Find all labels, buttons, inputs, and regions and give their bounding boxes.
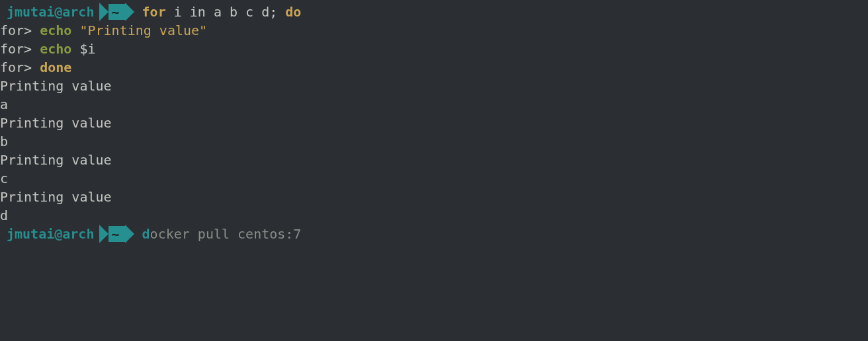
output-line: Printing value <box>0 188 868 206</box>
variable-ref: $i <box>71 41 95 57</box>
keyword-done: done <box>40 59 71 75</box>
keyword-for: for <box>142 4 166 20</box>
output-line: Printing value <box>0 114 868 132</box>
string-arg: "Printing value" <box>71 22 207 38</box>
powerline-separator-icon <box>99 225 108 243</box>
powerline-separator-icon <box>125 3 134 21</box>
continuation-prompt: for> <box>0 41 32 57</box>
autosuggestion: ocker pull centos:7 <box>150 226 302 242</box>
svg-marker-1 <box>125 3 134 21</box>
prompt-path: ~ <box>108 226 124 242</box>
output-line: c <box>0 169 868 188</box>
command-echo: echo <box>40 41 71 57</box>
continuation-prompt: for> <box>0 59 32 75</box>
svg-marker-3 <box>125 225 134 243</box>
continuation-prompt: for> <box>0 22 32 38</box>
continuation-line[interactable]: for> echo "Printing value" <box>0 21 868 40</box>
continuation-line[interactable]: for> done <box>0 58 868 77</box>
keyword-do: do <box>285 4 301 20</box>
continuation-line[interactable]: for> echo $i <box>0 40 868 58</box>
prompt-user-host: jmutai@arch <box>0 4 99 20</box>
output-line: Printing value <box>0 77 868 95</box>
command-echo: echo <box>40 22 71 38</box>
typed-char: d <box>142 226 150 242</box>
prompt-line-1[interactable]: jmutai@arch~ for i in a b c d; do <box>0 3 868 21</box>
output-line: b <box>0 132 868 151</box>
output-line: a <box>0 95 868 114</box>
prompt-path: ~ <box>108 4 124 20</box>
command-args: i in a b c d; <box>166 4 286 20</box>
powerline-separator-icon <box>125 225 134 243</box>
output-line: d <box>0 206 868 225</box>
svg-marker-0 <box>99 3 108 21</box>
output-line: Printing value <box>0 151 868 169</box>
prompt-line-2[interactable]: jmutai@arch~ docker pull centos:7 <box>0 225 868 243</box>
prompt-user-host: jmutai@arch <box>0 226 99 242</box>
powerline-separator-icon <box>99 3 108 21</box>
svg-marker-2 <box>99 225 108 243</box>
